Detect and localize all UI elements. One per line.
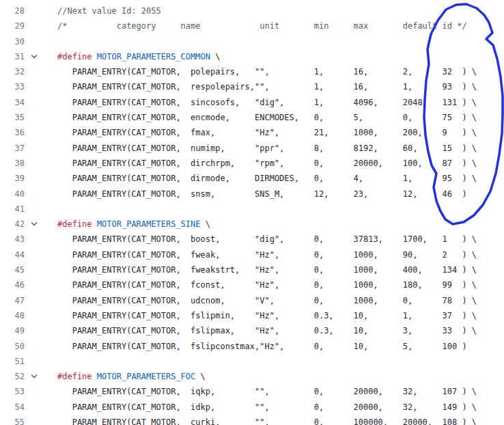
line-number[interactable]: 36 — [0, 125, 25, 140]
chevron-down-icon[interactable] — [25, 372, 57, 381]
line-number[interactable]: 35 — [0, 110, 25, 125]
line-number[interactable]: 32 — [0, 64, 25, 79]
code-text: PARAM_ENTRY(CAT_MOTOR, sincosofs, "dig",… — [57, 95, 477, 110]
line-number[interactable]: 54 — [0, 400, 25, 415]
code-text: PARAM_ENTRY(CAT_MOTOR, encmode, ENCMODES… — [57, 110, 477, 125]
code-line: 42 #define MOTOR_PARAMETERS_SINE \ — [0, 217, 504, 232]
code-line: 49 PARAM_ENTRY(CAT_MOTOR, fslipmax, "Hz"… — [0, 323, 504, 338]
line-number[interactable]: 55 — [0, 415, 25, 425]
code-text: PARAM_ENTRY(CAT_MOTOR, fconst, "Hz", 0, … — [57, 277, 477, 292]
code-text: PARAM_ENTRY(CAT_MOTOR, curki, "", 0, 100… — [57, 415, 477, 425]
code-line: 35 PARAM_ENTRY(CAT_MOTOR, encmode, ENCMO… — [0, 110, 504, 125]
code-line: 40 PARAM_ENTRY(CAT_MOTOR, snsm, SNS_M, 1… — [0, 187, 504, 202]
line-number[interactable]: 43 — [0, 232, 25, 247]
line-number[interactable]: 28 — [0, 3, 25, 18]
code-text: PARAM_ENTRY(CAT_MOTOR, udcnom, "V", 0, 1… — [57, 293, 477, 308]
code-text: PARAM_ENTRY(CAT_MOTOR, fmax, "Hz", 21, 1… — [57, 125, 477, 140]
code-line: 52 #define MOTOR_PARAMETERS_FOC \ — [0, 369, 504, 384]
line-number[interactable]: 33 — [0, 79, 25, 94]
line-number[interactable]: 53 — [0, 384, 25, 399]
code-text: PARAM_ENTRY(CAT_MOTOR, dirchrpm, "rpm", … — [57, 156, 477, 171]
code-line: 36 PARAM_ENTRY(CAT_MOTOR, fmax, "Hz", 21… — [0, 125, 504, 140]
code-text: PARAM_ENTRY(CAT_MOTOR, iqkp, "", 0, 2000… — [57, 384, 477, 399]
code-text: PARAM_ENTRY(CAT_MOTOR, fweak, "Hz", 0, 1… — [57, 247, 477, 262]
code-line: 38 PARAM_ENTRY(CAT_MOTOR, dirchrpm, "rpm… — [0, 156, 504, 171]
line-number[interactable]: 44 — [0, 247, 25, 262]
code-text: PARAM_ENTRY(CAT_MOTOR, boost, "dig", 0, … — [57, 232, 477, 247]
line-continuation: \ — [195, 372, 205, 381]
code-line: 39 PARAM_ENTRY(CAT_MOTOR, dirmode, DIRMO… — [0, 171, 504, 186]
line-number[interactable]: 46 — [0, 277, 25, 292]
line-number[interactable]: 39 — [0, 171, 25, 186]
line-number[interactable]: 29 — [0, 18, 25, 33]
code-text: PARAM_ENTRY(CAT_MOTOR, idkp, "", 0, 2000… — [57, 400, 477, 415]
comment-text: /* category name unit min max default id… — [57, 18, 467, 33]
code-line: 37 PARAM_ENTRY(CAT_MOTOR, numimp, "ppr",… — [0, 141, 504, 156]
line-number[interactable]: 42 — [0, 217, 25, 232]
define-keyword: #define — [57, 372, 92, 381]
macro-name: MOTOR_PARAMETERS_FOC — [92, 372, 196, 381]
line-number[interactable]: 37 — [0, 141, 25, 156]
code-line: 51 — [0, 354, 504, 369]
code-text: PARAM_ENTRY(CAT_MOTOR, dirmode, DIRMODES… — [57, 171, 477, 186]
code-line: 32 PARAM_ENTRY(CAT_MOTOR, polepairs, "",… — [0, 64, 504, 79]
line-number[interactable]: 38 — [0, 156, 25, 171]
code-line: 53 PARAM_ENTRY(CAT_MOTOR, iqkp, "", 0, 2… — [0, 384, 504, 399]
code-text: PARAM_ENTRY(CAT_MOTOR, numimp, "ppr", 8,… — [57, 141, 477, 156]
comment-text: //Next value Id: 2055 — [57, 3, 161, 18]
code-line: 31 #define MOTOR_PARAMETERS_COMMON \ — [0, 49, 504, 64]
code-line: 46 PARAM_ENTRY(CAT_MOTOR, fconst, "Hz", … — [0, 277, 504, 292]
line-number[interactable]: 41 — [0, 202, 25, 217]
code-line: 48 PARAM_ENTRY(CAT_MOTOR, fslipmin, "Hz"… — [0, 308, 504, 323]
line-number[interactable]: 52 — [0, 369, 25, 384]
code-line: 34 PARAM_ENTRY(CAT_MOTOR, sincosofs, "di… — [0, 95, 504, 110]
code-line: 45 PARAM_ENTRY(CAT_MOTOR, fweakstrt, "Hz… — [0, 262, 504, 277]
code-line: 44 PARAM_ENTRY(CAT_MOTOR, fweak, "Hz", 0… — [0, 247, 504, 262]
line-continuation: \ — [210, 52, 220, 61]
code-line: 43 PARAM_ENTRY(CAT_MOTOR, boost, "dig", … — [0, 232, 504, 247]
code-text: PARAM_ENTRY(CAT_MOTOR, fslipmin, "Hz", 0… — [57, 308, 477, 323]
line-number[interactable]: 51 — [0, 354, 25, 369]
code-text: PARAM_ENTRY(CAT_MOTOR, fslipmax, "Hz", 0… — [57, 323, 477, 338]
code-line: 55 PARAM_ENTRY(CAT_MOTOR, curki, "", 0, … — [0, 415, 504, 425]
chevron-down-icon[interactable] — [25, 220, 57, 228]
macro-name: MOTOR_PARAMETERS_SINE — [92, 219, 201, 229]
line-number[interactable]: 31 — [0, 49, 25, 64]
code-line: 50 PARAM_ENTRY(CAT_MOTOR, fslipconstmax,… — [0, 339, 504, 354]
code-line: 28 //Next value Id: 2055 — [0, 3, 504, 18]
line-number[interactable]: 49 — [0, 323, 25, 338]
code-text: PARAM_ENTRY(CAT_MOTOR, fweakstrt, "Hz", … — [57, 262, 477, 277]
code-line: 54 PARAM_ENTRY(CAT_MOTOR, idkp, "", 0, 2… — [0, 400, 504, 415]
line-number[interactable]: 34 — [0, 95, 25, 110]
code-text: PARAM_ENTRY(CAT_MOTOR, polepairs, "", 1,… — [57, 64, 477, 79]
define-keyword: #define — [57, 52, 92, 61]
line-continuation: \ — [201, 219, 210, 229]
define-keyword: #define — [57, 219, 92, 229]
line-number[interactable]: 45 — [0, 262, 25, 277]
line-number[interactable]: 40 — [0, 187, 25, 202]
line-number[interactable]: 50 — [0, 339, 25, 354]
code-line: 29 /* category name unit min max default… — [0, 18, 504, 33]
code-text: PARAM_ENTRY(CAT_MOTOR, respolepairs,"", … — [57, 79, 477, 94]
chevron-down-icon[interactable] — [25, 53, 57, 61]
code-text: PARAM_ENTRY(CAT_MOTOR, snsm, SNS_M, 12, … — [57, 187, 467, 202]
code-line: 41 — [0, 202, 504, 217]
macro-name: MOTOR_PARAMETERS_COMMON — [92, 52, 210, 61]
code-editor-view: 28 //Next value Id: 2055 29 /* category … — [0, 0, 504, 425]
code-line: 33 PARAM_ENTRY(CAT_MOTOR, respolepairs,"… — [0, 79, 504, 94]
line-number[interactable]: 30 — [0, 34, 25, 49]
code-text: PARAM_ENTRY(CAT_MOTOR, fslipconstmax,"Hz… — [57, 339, 467, 354]
code-line: 30 — [0, 34, 504, 49]
code-line: 47 PARAM_ENTRY(CAT_MOTOR, udcnom, "V", 0… — [0, 293, 504, 308]
line-number[interactable]: 48 — [0, 308, 25, 323]
line-number[interactable]: 47 — [0, 293, 25, 308]
